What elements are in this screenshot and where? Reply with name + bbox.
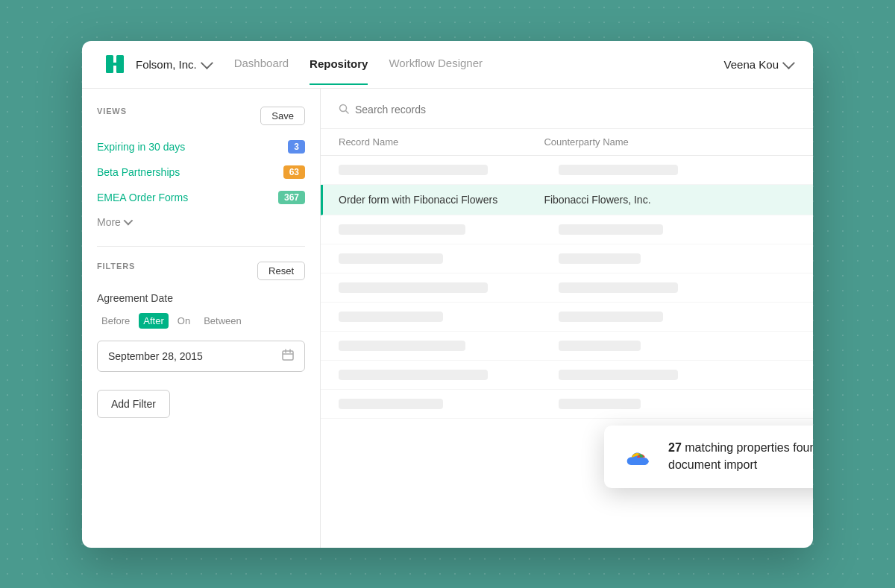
skeleton-cell	[339, 312, 443, 322]
notification-message: matching properties found in document im…	[668, 441, 813, 470]
search-input[interactable]	[355, 104, 795, 116]
company-chevron-icon	[201, 57, 213, 69]
reset-filters-button[interactable]: Reset	[257, 262, 305, 280]
skeleton-cell	[339, 224, 465, 235]
skeleton-cell	[559, 253, 641, 264]
nav-dashboard[interactable]: Dashboard	[234, 57, 289, 72]
sidebar-divider	[97, 246, 305, 247]
add-filter-button[interactable]: Add Filter	[97, 390, 170, 418]
skeleton-row	[321, 332, 813, 361]
google-cloud-icon	[621, 439, 656, 475]
col-header-record-name: Record Name	[339, 136, 544, 148]
save-view-button[interactable]: Save	[260, 107, 305, 125]
svg-rect-3	[283, 351, 293, 360]
view-badge-emea: 367	[278, 191, 305, 204]
view-label-expiring: Expiring in 30 days	[97, 141, 185, 153]
skeleton-cell	[339, 282, 488, 293]
col-header-counterparty: Counterparty Name	[544, 136, 795, 148]
user-name: Veena Kou	[724, 58, 779, 71]
calendar-icon	[282, 349, 294, 364]
notification-count: 27	[668, 441, 682, 454]
date-input-wrapper[interactable]: September 28, 2015	[97, 341, 305, 372]
date-tab-between[interactable]: Between	[199, 313, 246, 329]
skeleton-row	[321, 361, 813, 390]
svg-rect-2	[106, 63, 124, 66]
main-content: VIEWS Save Expiring in 30 days 3 Beta Pa…	[82, 89, 813, 548]
date-filter-tabs: Before After On Between	[97, 313, 305, 329]
skeleton-cell	[339, 165, 488, 175]
skeleton-cell	[559, 312, 663, 322]
notification-text: 27 matching properties found in document…	[668, 440, 813, 473]
skeleton-cell	[339, 370, 488, 380]
date-tab-after[interactable]: After	[139, 313, 168, 329]
notification-popup: 27 matching properties found in document…	[604, 426, 813, 488]
view-item-emea[interactable]: EMEA Order Forms 367	[97, 185, 305, 210]
more-views-link[interactable]: More	[97, 213, 305, 231]
skeleton-row	[321, 156, 813, 185]
cell-counterparty: Fibonacci Flowers, Inc.	[544, 194, 795, 206]
nav-workflow-designer[interactable]: Workflow Designer	[389, 57, 483, 72]
filters-header: FILTERS Reset	[97, 262, 305, 280]
view-badge-beta: 63	[283, 165, 305, 179]
company-name: Folsom, Inc.	[136, 58, 197, 71]
search-wrapper	[339, 104, 795, 116]
user-menu[interactable]: Veena Kou	[724, 58, 792, 71]
skeleton-row	[321, 244, 813, 274]
table-header: Record Name Counterparty Name	[321, 129, 813, 156]
skeleton-cell	[559, 399, 641, 409]
search-bar	[321, 89, 813, 129]
skeleton-cell	[339, 341, 465, 351]
skeleton-cell	[339, 253, 443, 264]
skeleton-cell	[339, 399, 443, 409]
cell-record-name: Order form with Fibonacci Flowers	[339, 194, 544, 206]
skeleton-row	[321, 215, 813, 244]
logo-area: Folsom, Inc.	[103, 52, 210, 76]
skeleton-cell	[559, 282, 678, 293]
date-tab-before[interactable]: Before	[97, 313, 134, 329]
skeleton-row	[321, 303, 813, 332]
app-window: Folsom, Inc. Dashboard Repository Workfl…	[82, 41, 813, 548]
filter-group-label: Agreement Date	[97, 292, 305, 304]
view-label-beta: Beta Partnerships	[97, 166, 180, 178]
top-nav: Folsom, Inc. Dashboard Repository Workfl…	[82, 41, 813, 89]
skeleton-cell	[559, 370, 678, 380]
table-body: Order form with Fibonacci Flowers Fibona…	[321, 156, 813, 548]
date-value: September 28, 2015	[108, 350, 203, 362]
more-chevron-icon	[123, 216, 133, 226]
views-header: VIEWS Save	[97, 107, 305, 125]
search-icon	[339, 104, 349, 116]
more-label: More	[97, 216, 121, 228]
user-chevron-icon	[782, 57, 795, 69]
view-item-beta[interactable]: Beta Partnerships 63	[97, 159, 305, 185]
logo-icon	[103, 52, 127, 76]
views-label: VIEWS	[97, 107, 127, 116]
nav-items: Dashboard Repository Workflow Designer	[234, 57, 700, 72]
skeleton-row	[321, 274, 813, 303]
date-tab-on[interactable]: On	[173, 313, 195, 329]
table-row-selected[interactable]: Order form with Fibonacci Flowers Fibona…	[321, 185, 813, 215]
view-badge-expiring: 3	[288, 140, 305, 154]
repo-content: Record Name Counterparty Name Order form…	[321, 89, 813, 548]
nav-repository[interactable]: Repository	[310, 57, 368, 85]
skeleton-row	[321, 390, 813, 419]
view-label-emea: EMEA Order Forms	[97, 192, 188, 203]
svg-line-8	[346, 110, 349, 113]
sidebar: VIEWS Save Expiring in 30 days 3 Beta Pa…	[82, 89, 321, 548]
skeleton-cell	[559, 165, 678, 175]
company-selector[interactable]: Folsom, Inc.	[136, 58, 210, 71]
skeleton-cell	[559, 224, 663, 235]
view-item-expiring[interactable]: Expiring in 30 days 3	[97, 134, 305, 159]
filters-label: FILTERS	[97, 262, 135, 271]
skeleton-cell	[559, 341, 641, 351]
